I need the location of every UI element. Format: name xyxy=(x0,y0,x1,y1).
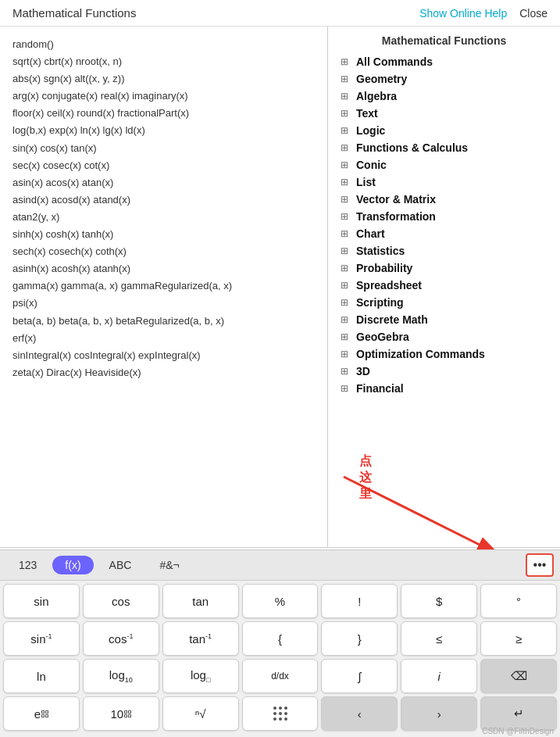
key-logb[interactable]: log□ xyxy=(162,659,239,693)
tab-bar: 123 f(x) ABC #&¬ ••• xyxy=(0,550,560,581)
tab-abc[interactable]: ABC xyxy=(97,556,144,574)
menu-item-logic[interactable]: ⊞Logic xyxy=(341,122,548,139)
menu-item-transformation[interactable]: ⊞Transformation xyxy=(341,208,548,225)
menu-item-discrete-math[interactable]: ⊞Discrete Math xyxy=(341,311,548,328)
tab-special[interactable]: #&¬ xyxy=(147,556,191,574)
function-item: sqrt(x) cbrt(x) nroot(x, n) xyxy=(12,53,315,70)
menu-item-label: Vector & Matrix xyxy=(356,193,436,206)
key-atan[interactable]: tan-1 xyxy=(162,621,239,656)
function-item: atan2(y, x) xyxy=(12,209,315,226)
more-button[interactable]: ••• xyxy=(526,553,554,577)
key-acos[interactable]: cos-1 xyxy=(83,621,159,656)
key-brace-close[interactable]: } xyxy=(321,621,398,656)
menu-item-geometry[interactable]: ⊞Geometry xyxy=(341,70,548,88)
key-ln[interactable]: ln xyxy=(3,659,80,693)
expand-icon: ⊞ xyxy=(341,124,353,137)
key-row-3: ln log10 log□ d/dx ∫ i ⌫ xyxy=(3,659,557,693)
menu-item-label: GeoGebra xyxy=(356,331,409,343)
dialog-title: Mathematical Functions xyxy=(12,6,136,20)
tab-fx[interactable]: f(x) xyxy=(52,556,93,574)
function-item: random() xyxy=(12,36,315,53)
key-enter[interactable]: ↵ xyxy=(480,696,557,731)
expand-icon: ⊞ xyxy=(341,141,353,154)
menu-item-label: Functions & Calculus xyxy=(356,141,468,154)
menu-item-text[interactable]: ⊞Text xyxy=(341,105,548,122)
key-sin[interactable]: sin xyxy=(3,584,80,618)
menu-item-label: Scripting xyxy=(356,296,404,309)
function-item: sinIntegral(x) cosIntegral(x) expIntegra… xyxy=(12,347,315,364)
expand-icon: ⊞ xyxy=(341,365,353,377)
menu-item-label: Conic xyxy=(356,159,387,171)
key-backspace[interactable]: ⌫ xyxy=(480,659,557,693)
key-cos[interactable]: cos xyxy=(83,584,159,618)
key-integral[interactable]: ∫ xyxy=(321,659,398,693)
menu-item-label: Logic xyxy=(356,124,385,137)
key-degree[interactable]: ° xyxy=(480,584,557,618)
function-item: sin(x) cos(x) tan(x) xyxy=(12,140,315,157)
main-content: random()sqrt(x) cbrt(x) nroot(x, n)abs(x… xyxy=(0,27,560,548)
key-tan[interactable]: tan xyxy=(162,584,239,618)
function-item: log(b,x) exp(x) ln(x) lg(x) ld(x) xyxy=(12,122,315,139)
close-link[interactable]: Close xyxy=(519,7,548,20)
menu-item-optimization-commands[interactable]: ⊞Optimization Commands xyxy=(341,345,548,363)
function-item: beta(a, b) beta(a, b, x) betaRegularized… xyxy=(12,313,315,330)
function-item: abs(x) sgn(x) alt((x, y, z)) xyxy=(12,70,315,88)
key-row-2: sin-1 cos-1 tan-1 { } ≤ ≥ xyxy=(3,621,557,656)
key-asin[interactable]: sin-1 xyxy=(3,621,80,656)
menu-item-geogebra[interactable]: ⊞GeoGebra xyxy=(341,328,548,345)
menu-item-functions--calculus[interactable]: ⊞Functions & Calculus xyxy=(341,139,548,156)
menu-item-scripting[interactable]: ⊞Scripting xyxy=(341,294,548,311)
key-exclaim[interactable]: ! xyxy=(321,584,398,618)
menu-item-chart[interactable]: ⊞Chart xyxy=(341,225,548,242)
show-online-help-link[interactable]: Show Online Help xyxy=(419,7,507,20)
key-geq[interactable]: ≥ xyxy=(480,621,557,656)
function-item: sec(x) cosec(x) cot(x) xyxy=(12,157,315,174)
key-dollar[interactable]: $ xyxy=(401,584,477,618)
function-item: sech(x) cosech(x) coth(x) xyxy=(12,243,315,260)
key-deriv[interactable]: d/dx xyxy=(242,659,319,693)
function-item: zeta(x) Dirac(x) Heaviside(x) xyxy=(12,364,315,381)
tab-123[interactable]: 123 xyxy=(6,556,49,574)
menu-item-statistics[interactable]: ⊞Statistics xyxy=(341,242,548,259)
expand-icon: ⊞ xyxy=(341,348,353,360)
menu-item-label: 3D xyxy=(356,365,370,377)
key-percent[interactable]: % xyxy=(242,584,319,618)
menu-item-label: Algebra xyxy=(356,90,397,102)
expand-icon: ⊞ xyxy=(341,210,353,223)
key-10pow[interactable]: 10 xyxy=(83,696,159,731)
menu-item-3d[interactable]: ⊞3D xyxy=(341,363,548,380)
expand-icon: ⊞ xyxy=(341,176,353,188)
menu-item-list[interactable]: ⊞List xyxy=(341,174,548,191)
brand-label: CSDN @FifthDesign xyxy=(482,727,554,735)
menu-item-label: Financial xyxy=(356,382,404,395)
key-log10[interactable]: log10 xyxy=(83,659,159,693)
menu-item-financial[interactable]: ⊞Financial xyxy=(341,380,548,397)
key-left[interactable]: ‹ xyxy=(321,696,398,731)
menu-item-conic[interactable]: ⊞Conic xyxy=(341,156,548,174)
menu-item-label: Probability xyxy=(356,262,412,274)
menu-item-algebra[interactable]: ⊞Algebra xyxy=(341,88,548,105)
menu-item-label: Discrete Math xyxy=(356,313,428,326)
menu-list: ⊞All Commands⊞Geometry⊞Algebra⊞Text⊞Logi… xyxy=(341,53,548,397)
key-imaginary[interactable]: i xyxy=(401,659,477,693)
function-item: asinh(x) acosh(x) atanh(x) xyxy=(12,260,315,277)
key-leq[interactable]: ≤ xyxy=(401,621,477,656)
keyboard-area: 123 f(x) ABC #&¬ ••• sin cos tan % ! $ °… xyxy=(0,549,560,737)
key-right[interactable]: › xyxy=(401,696,477,731)
function-item: floor(x) ceil(x) round(x) fractionalPart… xyxy=(12,105,315,122)
expand-icon: ⊞ xyxy=(341,313,353,326)
menu-item-all-commands[interactable]: ⊞All Commands xyxy=(341,53,548,70)
expand-icon: ⊞ xyxy=(341,279,353,292)
key-epow[interactable]: e xyxy=(3,696,80,731)
menu-item-spreadsheet[interactable]: ⊞Spreadsheet xyxy=(341,277,548,294)
right-panel: Mathematical Functions ⊞All Commands⊞Geo… xyxy=(328,27,560,547)
function-item: sinh(x) cosh(x) tanh(x) xyxy=(12,226,315,243)
key-nthroot[interactable]: ⁿ√ xyxy=(162,696,239,731)
menu-item-probability[interactable]: ⊞Probability xyxy=(341,259,548,277)
key-brace-open[interactable]: { xyxy=(242,621,319,656)
menu-item-vector--matrix[interactable]: ⊞Vector & Matrix xyxy=(341,191,548,208)
function-item: arg(x) conjugate(x) real(x) imaginary(x) xyxy=(12,88,315,105)
top-bar: Mathematical Functions Show Online Help … xyxy=(0,0,560,27)
key-matrix-dots[interactable] xyxy=(242,696,319,731)
menu-item-label: Geometry xyxy=(356,73,407,85)
